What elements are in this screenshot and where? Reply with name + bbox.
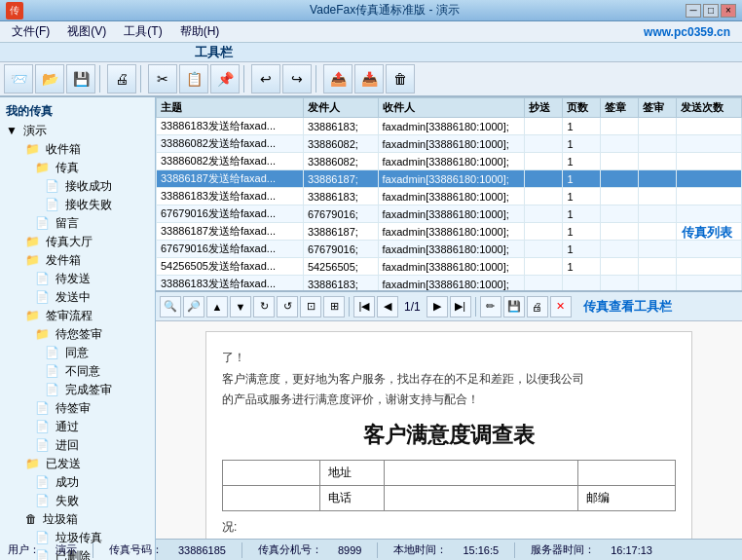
table-cell: [639, 241, 677, 258]
table-cell: 33886187;: [303, 170, 378, 188]
table-row[interactable]: 33886187发送给faxad...33886187;faxadmin[338…: [157, 223, 742, 241]
tb-undo-btn[interactable]: ↩: [251, 64, 280, 93]
table-cell: 1: [563, 135, 601, 153]
status-faxnum-label: 传真号码：: [109, 542, 163, 557]
table-cell: [677, 153, 742, 170]
tree-outbox[interactable]: 📁 发件箱: [2, 251, 153, 270]
table-row[interactable]: 33886183发送给faxad...33886183;faxadmin[338…: [157, 188, 742, 205]
table-cell: [677, 118, 742, 135]
vt-prevpage-btn[interactable]: ◀: [377, 296, 398, 317]
status-bar: 用户： 演示 传真号码： 33886185 传真分机号： 8999 本地时间： …: [0, 539, 742, 560]
vt-rotate-cw-btn[interactable]: ↻: [253, 296, 275, 317]
menu-help[interactable]: 帮助(H): [172, 21, 228, 42]
tree-disagree[interactable]: 📄 不同意: [2, 362, 153, 381]
vt-close-btn[interactable]: ✕: [550, 296, 572, 317]
tree-fax[interactable]: 📁 传真: [2, 159, 153, 177]
table-row[interactable]: 33886183发送给faxad...33886183;faxadmin[338…: [157, 118, 742, 135]
tb-copy-btn[interactable]: 📋: [179, 64, 208, 93]
table-row[interactable]: 33886082发送给faxad...33886082;faxadmin[338…: [157, 135, 742, 153]
col-sig1: 签章: [601, 98, 639, 118]
table-cell: 67679016;: [303, 241, 378, 258]
vt-next-btn[interactable]: ▼: [230, 296, 251, 317]
vt-zoomin-btn[interactable]: 🔍: [160, 296, 181, 317]
fax-list-container: 主题 发件人 收件人 抄送 页数 签章 签审 发送次数 33886183发送给f…: [156, 97, 742, 292]
tree-approval[interactable]: 📁 签审流程: [2, 307, 153, 325]
vt-print-btn[interactable]: 🖨: [527, 296, 548, 317]
tree-recv-success[interactable]: 📄 接收成功: [2, 177, 153, 196]
tb-paste-btn[interactable]: 📌: [210, 64, 240, 93]
vt-save-btn[interactable]: 💾: [503, 296, 525, 317]
vt-prev-btn[interactable]: ▲: [206, 296, 228, 317]
fax-table-body: 33886183发送给faxad...33886183;faxadmin[338…: [157, 118, 742, 293]
tree-voicemail[interactable]: 📄 留言: [2, 214, 153, 233]
table-row[interactable]: 33886082发送给faxad...33886082;faxadmin[338…: [157, 153, 742, 170]
maximize-button[interactable]: □: [703, 4, 719, 18]
table-cell: faxadmin[33886180:1000];: [378, 118, 525, 135]
tree-passed[interactable]: 📄 通过: [2, 418, 153, 436]
vt-last-btn[interactable]: ▶|: [450, 296, 471, 317]
vt-zoomout-btn[interactable]: 🔎: [183, 296, 204, 317]
vt-rotate-ccw-btn[interactable]: ↺: [277, 296, 298, 317]
table-cell: [601, 276, 639, 293]
preview-greeting: 了！: [222, 348, 676, 369]
tree-recv-fail[interactable]: 📄 接收失败: [2, 196, 153, 214]
tree-root[interactable]: ▼ 演示: [2, 122, 153, 140]
table-cell: [601, 188, 639, 205]
tb-open-btn[interactable]: 📂: [35, 64, 64, 93]
table-cell: faxadmin[33886180:1000];: [378, 258, 525, 276]
status-local-time-value: 15:16:5: [463, 544, 499, 556]
tb-print-btn[interactable]: 🖨: [107, 64, 136, 93]
tree-to-approve[interactable]: 📄 待签审: [2, 399, 153, 418]
tb-recv-btn[interactable]: 📥: [354, 64, 384, 93]
tree-failed[interactable]: 📄 失败: [2, 492, 153, 510]
minimize-button[interactable]: ─: [686, 4, 701, 18]
table-cell: 67679016;: [303, 205, 378, 223]
tb-save-btn[interactable]: 💾: [66, 64, 95, 93]
tb-del-btn[interactable]: 🗑: [386, 64, 415, 93]
col-recipient: 收件人: [378, 98, 525, 118]
tree-sent[interactable]: 📁 已发送: [2, 455, 153, 473]
table-row[interactable]: 67679016发送给faxad...67679016;faxadmin[338…: [157, 241, 742, 258]
table-cell: [525, 223, 563, 241]
table-cell: [601, 241, 639, 258]
table-cell: [525, 188, 563, 205]
tree-agree[interactable]: 📄 同意: [2, 344, 153, 362]
table-row[interactable]: 54256505发送给faxad...54256505;faxadmin[338…: [157, 258, 742, 276]
preview-title: 客户满意度调查表: [222, 421, 676, 450]
table-row[interactable]: 33886187发送给faxad...33886187;faxadmin[338…: [157, 170, 742, 188]
tree-awaiting-approval[interactable]: 📁 待您签审: [2, 325, 153, 344]
tree-inbox[interactable]: 📁 收件箱: [2, 140, 153, 159]
menu-tools[interactable]: 工具(T): [116, 21, 169, 42]
fax-list[interactable]: 主题 发件人 收件人 抄送 页数 签章 签审 发送次数 33886183发送给f…: [156, 97, 742, 292]
tree-success[interactable]: 📄 成功: [2, 473, 153, 492]
tree-complete[interactable]: 📄 完成签审: [2, 381, 153, 399]
tree-pending[interactable]: 📄 待发送: [2, 270, 153, 288]
table-cell: 33886183发送给faxad...: [157, 118, 304, 135]
tree-fax-hall[interactable]: 📁 传真大厅: [2, 233, 153, 251]
table-cell: [639, 188, 677, 205]
tree-returned[interactable]: 📄 进回: [2, 436, 153, 455]
vt-edit-btn[interactable]: ✏: [480, 296, 501, 317]
menu-file[interactable]: 文件(F): [4, 21, 57, 42]
vt-first-btn[interactable]: |◀: [353, 296, 375, 317]
table-cell: 1: [563, 205, 601, 223]
table-cell: faxadmin[33886180:1000];: [378, 241, 525, 258]
table-cell: [601, 223, 639, 241]
vt-actual-btn[interactable]: ⊞: [323, 296, 345, 317]
tree-trash[interactable]: 🗑 垃圾箱: [2, 510, 153, 529]
table-cell: faxadmin[33886180:1000];: [378, 276, 525, 293]
tb-new-btn[interactable]: 📨: [4, 64, 33, 93]
table-cell: 1: [563, 188, 601, 205]
tb-send-btn[interactable]: 📤: [323, 64, 352, 93]
tb-cut-btn[interactable]: ✂: [148, 64, 177, 93]
tb-redo-btn[interactable]: ↪: [282, 64, 312, 93]
menu-view[interactable]: 视图(V): [59, 21, 114, 42]
preview-cell-addr-label: 地址: [319, 460, 384, 485]
table-row[interactable]: 67679016发送给faxad...67679016;faxadmin[338…: [157, 205, 742, 223]
vt-fit-btn[interactable]: ⊡: [300, 296, 321, 317]
close-button[interactable]: ×: [721, 4, 736, 18]
table-cell: [601, 258, 639, 276]
tree-sending[interactable]: 📄 发送中: [2, 288, 153, 307]
table-row[interactable]: 33886183发送给faxad...33886183;faxadmin[338…: [157, 276, 742, 293]
vt-nextpage-btn[interactable]: ▶: [427, 296, 448, 317]
